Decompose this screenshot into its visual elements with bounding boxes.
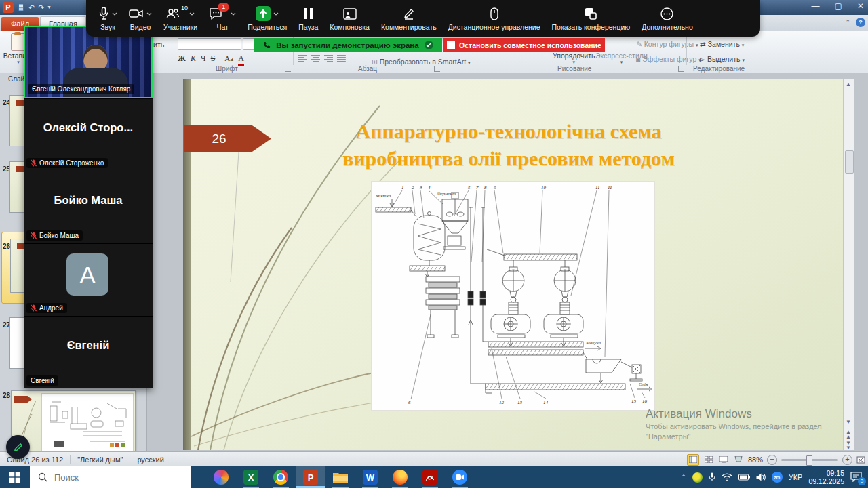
participants-button[interactable]: 10 Участники [162,0,199,37]
chevron-down-icon[interactable] [231,12,236,16]
taskbar-app-zoom[interactable] [445,466,475,488]
tray-clock[interactable]: 09:15 09.12.2025 [808,469,844,485]
slide-vertical-scrollbar[interactable]: ▲ ▼ ▲▲ ▼▼ [843,79,854,450]
taskbar-app-excel[interactable]: X [236,466,266,488]
scroll-down-icon[interactable]: ▼ [846,419,851,425]
participant-tile-andrei[interactable]: А Андрей [24,243,153,316]
undo-icon[interactable]: ↶ [28,2,35,13]
chevron-down-icon[interactable] [189,12,195,16]
bold-button[interactable]: Ж [178,54,186,64]
help-icon[interactable]: ? [856,18,865,27]
italic-button[interactable]: К [191,54,196,64]
chevron-down-icon[interactable] [273,12,279,16]
chat-button[interactable]: 1 Чат [208,0,237,37]
zoom-percentage[interactable]: 88% [748,455,763,464]
more-button[interactable]: Дополнительно [640,0,694,37]
fit-to-window-icon[interactable] [856,456,865,464]
layout-button[interactable]: Компоновка [328,0,371,37]
maximize-button[interactable]: ▢ [835,1,842,11]
collapse-ribbon-icon[interactable]: ⌃ [845,19,850,26]
taskbar-app-word[interactable]: W [355,466,385,488]
font-name-combobox[interactable] [178,38,241,50]
antivirus-tray-icon[interactable] [692,472,703,483]
tray-language[interactable]: УКР [789,473,803,481]
share-screen-button[interactable]: Поделиться [246,0,288,37]
zoom-in-icon[interactable]: + [842,455,852,465]
strikethrough-button[interactable]: S [211,54,216,64]
shape-effects-button[interactable]: ◙ Эффекты фигур ▾ [636,55,701,63]
zoom-out-icon[interactable]: − [767,455,777,465]
mouse-icon [490,7,498,20]
alignment-buttons[interactable] [298,55,346,62]
slide-thumbnail-25[interactable] [9,161,25,213]
normal-view-icon[interactable] [687,454,699,466]
notification-center-icon[interactable]: 3 [850,472,863,483]
replace-button[interactable]: ⇄ Заменить ▾ [700,40,744,48]
reading-view-icon[interactable] [718,455,729,465]
slide-thumbnail-24[interactable] [9,95,25,146]
annotate-button[interactable]: Комментировать [380,0,438,37]
slide-thumbnail-28[interactable] [11,390,136,453]
slide-sorter-view-icon[interactable] [703,455,714,465]
redo-icon[interactable]: ↷ [38,2,44,13]
slide-diagram-image[interactable]: М'ятка Фермент 1 2 3 4 5 7 8 9 10 11 11 [372,182,654,410]
more-ellipsis-icon [660,7,673,20]
zoom-slider-thumb[interactable] [806,455,812,466]
font-dialog-launcher-icon[interactable] [285,66,291,72]
arrange-button[interactable]: Упорядочить▾ [553,52,595,65]
pause-share-button[interactable]: Пауза [297,0,319,37]
taskbar-search[interactable] [30,466,191,488]
active-speaker-video[interactable]: Євгеній Олександрович Котляр [24,26,153,98]
close-button[interactable]: ✕ [857,1,864,11]
start-button[interactable] [0,466,30,488]
change-case-button[interactable]: Aa [224,54,233,62]
underline-button[interactable]: Ч [201,54,206,64]
svg-text:2: 2 [412,185,414,190]
participant-tile-oleksii[interactable]: Олексій Сторо... Олексій Стороженко [24,98,153,171]
tray-volume-icon[interactable] [756,473,766,481]
paragraph-dialog-launcher-icon[interactable] [434,66,440,72]
tray-zoom-icon[interactable]: zm [772,472,783,483]
tray-mic-icon[interactable] [709,472,715,482]
taskbar-app-chrome[interactable] [266,466,296,488]
taskbar-app-acrobat[interactable] [415,466,445,488]
shape-outline-button[interactable]: ✎ Контур фигуры ▾ [636,40,698,48]
smartart-button[interactable]: ⊞ Преобразовать в SmartArt ▾ [372,58,471,66]
scrollbar-thumb[interactable] [845,150,854,174]
taskbar-app-copilot[interactable] [206,466,236,488]
tray-battery-icon[interactable] [738,474,750,481]
participant-tile-yevhenii[interactable]: Євгеній Євгеній [24,316,153,388]
slideshow-view-icon[interactable] [733,455,744,465]
previous-slide-icon[interactable]: ▲▲ [846,430,851,439]
select-button[interactable]: ▻ Выделить ▾ [700,55,745,63]
slide-canvas[interactable]: 26 Аппаратурно-технологічна схема виробн… [183,79,843,450]
next-slide-icon[interactable]: ▼▼ [846,441,851,450]
drawing-dialog-launcher-icon[interactable] [678,66,684,72]
chevron-down-icon[interactable] [112,12,117,16]
search-input[interactable] [53,472,164,483]
save-icon[interactable] [17,3,25,12]
participant-tile-boiko[interactable]: Бойко Маша Бойко Маша [24,171,153,243]
stop-share-button[interactable]: Остановить совместное использование [443,38,605,52]
audio-button[interactable]: Звук [97,0,119,37]
tray-wifi-icon[interactable] [722,473,732,481]
font-color-button[interactable]: A [238,54,244,66]
annotation-pencil-button[interactable] [6,435,30,459]
participant-display-name: Євгеній [24,339,153,352]
slide-title[interactable]: Аппаратурно-технологічна схема виробницт… [285,118,732,172]
minimize-button[interactable]: — [812,1,820,11]
taskbar-app-firefox[interactable] [385,466,415,488]
security-check-icon[interactable] [425,41,433,49]
slide-thumbnail-27[interactable] [9,317,25,369]
zoom-slider[interactable] [781,459,838,461]
chevron-down-icon[interactable] [146,12,152,16]
scroll-up-icon[interactable]: ▲ [846,81,851,87]
taskbar-app-explorer[interactable] [326,466,355,488]
tray-expand-icon[interactable]: ⌃ [681,474,686,481]
show-meeting-button[interactable]: Показать конференцию [551,0,632,37]
remote-control-button[interactable]: Дистанционное управление [447,0,542,37]
status-language[interactable]: русский [130,455,170,464]
video-button[interactable]: Видео [127,0,153,37]
quick-access-menu-icon[interactable]: ▾ [47,2,50,13]
taskbar-app-powerpoint[interactable]: P [296,466,326,488]
